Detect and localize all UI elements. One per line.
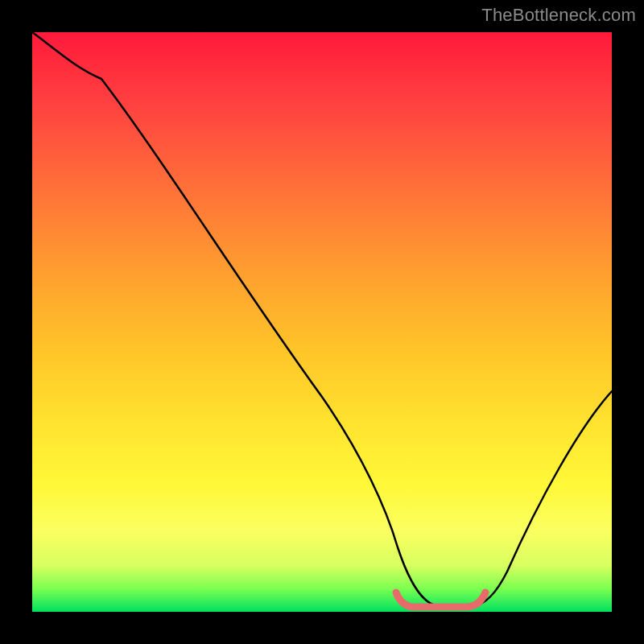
bottleneck-curve [32,32,612,612]
optimal-range-marker [396,592,485,607]
curve-path [32,32,612,606]
plot-area [32,32,612,612]
chart-frame: TheBottleneck.com [0,0,644,644]
watermark-text: TheBottleneck.com [481,5,636,26]
